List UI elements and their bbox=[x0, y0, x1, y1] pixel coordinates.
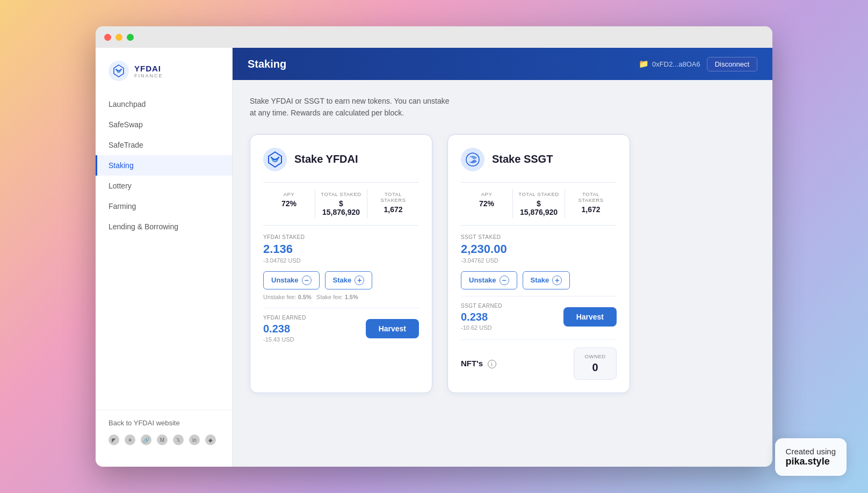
wallet-icon: 📁 bbox=[639, 59, 649, 69]
sidebar-item-lending[interactable]: Lending & Borrowing bbox=[96, 216, 232, 237]
yfdai-earned-left: YFDAI EARNED 0.238 -15.43 USD bbox=[263, 315, 306, 343]
yfdai-earned-label: YFDAI EARNED bbox=[263, 315, 306, 321]
sidebar-item-farming[interactable]: Farming bbox=[96, 196, 232, 216]
yfdai-stat-staked: TOTAL STAKED $ 15,876,920 bbox=[315, 189, 367, 219]
ssgt-earned-amount: 0.238 bbox=[461, 311, 502, 323]
social-icons: ◤ ✈ 🔗 M 𝕏 in ◆ bbox=[108, 434, 219, 445]
yfdai-fee-info: Unstake fee: 0.5% Stake fee: 1.5% bbox=[263, 294, 419, 300]
yfdai-action-buttons: Unstake − Stake + bbox=[263, 271, 419, 289]
sidebar-item-launchpad[interactable]: Launchpad bbox=[96, 94, 232, 114]
stake-yfdai-card: Stake YFDAI APY 72% TOTAL STAKED $ 15,87… bbox=[250, 134, 432, 393]
nft-owned-value: 0 bbox=[583, 361, 607, 374]
topbar-right: 📁 0xFD2...a8OA6 Disconnect bbox=[639, 57, 757, 71]
sidebar-item-safeswap[interactable]: SafeSwap bbox=[96, 114, 232, 135]
sidebar-item-safetrade[interactable]: SafeTrade bbox=[96, 135, 232, 155]
nft-section: NFT's i OWNED 0 bbox=[461, 339, 617, 380]
description-line1: Stake YFDAI or SSGT to earn new tokens. … bbox=[250, 97, 449, 105]
sidebar-item-lottery[interactable]: Lottery bbox=[96, 176, 232, 196]
nft-info-icon[interactable]: i bbox=[488, 360, 496, 368]
ssgt-card-title: Stake SSGT bbox=[492, 153, 553, 165]
pika-line2: pika.style bbox=[786, 456, 836, 467]
discord-icon[interactable]: ◤ bbox=[108, 434, 119, 445]
description: Stake YFDAI or SSGT to earn new tokens. … bbox=[250, 95, 755, 119]
ssgt-stat-stakers: TOTAL STAKERS 1,672 bbox=[565, 189, 617, 219]
yfdai-staked-amount: 2.136 bbox=[263, 242, 419, 256]
main-content: Staking 📁 0xFD2...a8OA6 Disconnect Stake… bbox=[233, 48, 772, 467]
linkedin-icon[interactable]: in bbox=[189, 434, 200, 445]
ssgt-staked-section: SSGT STAKED 2,230.00 -3.04762 USD bbox=[461, 234, 617, 264]
cards-row: Stake YFDAI APY 72% TOTAL STAKED $ 15,87… bbox=[250, 134, 755, 393]
ssgt-card-header: Stake SSGT bbox=[461, 148, 617, 171]
nft-title-row: NFT's i bbox=[461, 359, 496, 368]
ssgt-divider1 bbox=[461, 296, 617, 296]
ssgt-stake-plus-icon: + bbox=[552, 276, 562, 285]
yfdai-stat-apy: APY 72% bbox=[263, 189, 315, 219]
telegram-icon[interactable]: ✈ bbox=[125, 434, 135, 445]
sidebar: YFDAI FINANCE Launchpad SafeSwap SafeTra… bbox=[96, 48, 233, 467]
logo-title: YFDAI bbox=[134, 64, 163, 73]
ssgt-staked-label: SSGT STAKED bbox=[461, 234, 617, 240]
yfdai-staked-section: YFDAI STAKED 2.136 -3.04762 USD bbox=[263, 234, 419, 264]
ssgt-unstake-button[interactable]: Unstake − bbox=[461, 271, 517, 289]
sidebar-bottom: Back to YFDAI website ◤ ✈ 🔗 M 𝕏 in ◆ bbox=[96, 410, 232, 454]
ssgt-earned-label: SSGT EARNED bbox=[461, 303, 502, 309]
disconnect-button[interactable]: Disconnect bbox=[707, 57, 757, 71]
unstake-fee: Unstake fee: 0.5% bbox=[263, 294, 312, 300]
titlebar bbox=[96, 26, 772, 48]
unstake-minus-icon: − bbox=[302, 276, 312, 285]
stake-label: Stake bbox=[333, 276, 352, 284]
yfdai-divider bbox=[263, 308, 419, 308]
nft-owned-label: OWNED bbox=[583, 353, 607, 359]
ssgt-stat-apy: APY 72% bbox=[461, 189, 513, 219]
nft-owned-box: OWNED 0 bbox=[574, 347, 617, 380]
back-to-yfdai[interactable]: Back to YFDAI website bbox=[108, 419, 219, 427]
wallet-address: 📁 0xFD2...a8OA6 bbox=[639, 59, 700, 69]
content-area: Stake YFDAI or SSGT to earn new tokens. … bbox=[233, 80, 772, 467]
yfdai-stake-button[interactable]: Stake + bbox=[325, 271, 373, 289]
yfdai-harvest-button[interactable]: Harvest bbox=[366, 319, 419, 338]
ssgt-stake-button[interactable]: Stake + bbox=[523, 271, 570, 289]
ssgt-staked-usd: -3.04762 USD bbox=[461, 257, 617, 264]
unstake-label: Unstake bbox=[271, 276, 299, 284]
pika-line1: Created using bbox=[786, 447, 836, 456]
ssgt-harvest-button[interactable]: Harvest bbox=[563, 307, 617, 327]
topbar: Staking 📁 0xFD2...a8OA6 Disconnect bbox=[233, 48, 772, 80]
app-body: YFDAI FINANCE Launchpad SafeSwap SafeTra… bbox=[96, 48, 772, 467]
nav-items: Launchpad SafeSwap SafeTrade Staking Lot… bbox=[96, 94, 232, 410]
ssgt-unstake-minus-icon: − bbox=[500, 276, 509, 285]
description-line2: at any time. Rewards are calculated per … bbox=[250, 108, 404, 117]
logo-sub: FINANCE bbox=[134, 73, 163, 78]
medium-icon[interactable]: M bbox=[157, 434, 168, 445]
ssgt-earned-left: SSGT EARNED 0.238 -10.62 USD bbox=[461, 303, 502, 331]
ssgt-stats-row: APY 72% TOTAL STAKED $ 15,876,920 TOTAL … bbox=[461, 182, 617, 226]
link-icon[interactable]: 🔗 bbox=[141, 434, 151, 445]
page-title: Staking bbox=[248, 58, 286, 70]
app-window: YFDAI FINANCE Launchpad SafeSwap SafeTra… bbox=[96, 26, 772, 467]
maximize-button[interactable] bbox=[127, 34, 134, 41]
yfdai-card-title: Stake YFDAI bbox=[294, 153, 358, 165]
yfdai-logo-icon bbox=[108, 61, 129, 81]
yfdai-card-header: Stake YFDAI bbox=[263, 148, 419, 171]
stake-ssgt-card: Stake SSGT APY 72% TOTAL STAKED $ 15,876… bbox=[447, 134, 630, 393]
ssgt-card-logo bbox=[461, 148, 484, 171]
yfdai-staked-label: YFDAI STAKED bbox=[263, 234, 419, 240]
twitter-icon[interactable]: 𝕏 bbox=[173, 434, 184, 445]
ssgt-action-buttons: Unstake − Stake + bbox=[461, 271, 617, 289]
ssgt-earned-usd: -10.62 USD bbox=[461, 324, 502, 331]
github-icon[interactable]: ◆ bbox=[205, 434, 216, 445]
ssgt-staked-amount: 2,230.00 bbox=[461, 242, 617, 256]
nft-title: NFT's bbox=[461, 359, 483, 368]
yfdai-earned-usd: -15.43 USD bbox=[263, 336, 306, 343]
ssgt-stat-staked: TOTAL STAKED $ 15,876,920 bbox=[513, 189, 565, 219]
minimize-button[interactable] bbox=[115, 34, 122, 41]
yfdai-earned-section: YFDAI EARNED 0.238 -15.43 USD Harvest bbox=[263, 315, 419, 343]
yfdai-earned-amount: 0.238 bbox=[263, 323, 306, 335]
yfdai-staked-usd: -3.04762 USD bbox=[263, 257, 419, 264]
close-button[interactable] bbox=[104, 34, 111, 41]
logo-area: YFDAI FINANCE bbox=[96, 61, 232, 94]
sidebar-item-staking[interactable]: Staking bbox=[96, 155, 232, 176]
yfdai-unstake-button[interactable]: Unstake − bbox=[263, 271, 320, 289]
svg-point-2 bbox=[461, 148, 484, 171]
ssgt-earned-section: SSGT EARNED 0.238 -10.62 USD Harvest bbox=[461, 303, 617, 331]
stake-fee: Stake fee: 1.5% bbox=[316, 294, 358, 300]
